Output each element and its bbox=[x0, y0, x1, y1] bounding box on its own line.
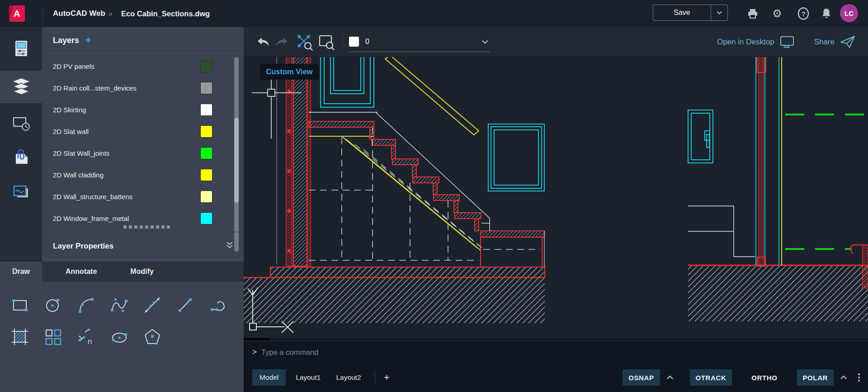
custom-view-tooltip[interactable]: Custom View bbox=[260, 64, 319, 80]
rail-layers-icon[interactable] bbox=[0, 71, 42, 103]
print-icon[interactable] bbox=[746, 7, 760, 20]
foundation-slab bbox=[270, 267, 545, 277]
autocad-web-app: A AutoCAD Web > Eco Cabin_Sections.dwg S… bbox=[0, 0, 868, 392]
layer-color-swatch[interactable] bbox=[201, 126, 212, 137]
tool-insert-block-icon[interactable] bbox=[43, 327, 64, 348]
autocad-logo-icon[interactable]: A bbox=[9, 5, 25, 22]
open-in-desktop-button[interactable]: Open in Desktop bbox=[717, 36, 794, 48]
tab-layout2[interactable]: Layout2 bbox=[329, 369, 368, 386]
toolbar-divider bbox=[342, 33, 343, 51]
tab-layout1[interactable]: Layout1 bbox=[288, 369, 328, 386]
breadcrumb-file-name: Eco Cabin_Sections.dwg bbox=[121, 0, 210, 27]
ground-hatch-right bbox=[688, 265, 868, 321]
command-line[interactable]: > Type a command bbox=[252, 348, 319, 357]
save-dropdown-caret[interactable] bbox=[711, 5, 728, 21]
layer-row[interactable]: 2D Rain coll...stem_devices bbox=[42, 77, 236, 99]
layer-row[interactable]: 2D Wall_structure_battens bbox=[42, 186, 236, 207]
notifications-bell-icon[interactable] bbox=[820, 7, 833, 20]
save-button[interactable]: Save bbox=[653, 5, 711, 21]
layer-row[interactable]: 2D Slat Wall_joints bbox=[42, 142, 236, 164]
tool-construction-line-icon[interactable] bbox=[142, 295, 163, 316]
status-toggles: OSNAP OTRACK ORTHO POLAR bbox=[623, 369, 860, 386]
rail-images-icon[interactable] bbox=[0, 177, 42, 209]
tool-polyline-arc-icon[interactable] bbox=[208, 295, 229, 316]
canvas-hscrollbar-thumb[interactable] bbox=[244, 338, 270, 340]
divider bbox=[42, 53, 244, 54]
layer-name: 2D Skirting bbox=[53, 106, 86, 114]
share-label: Share bbox=[814, 38, 835, 47]
toggle-ortho[interactable]: ORTHO bbox=[745, 369, 783, 386]
command-input-placeholder[interactable]: Type a command bbox=[261, 348, 319, 357]
svg-text:?: ? bbox=[801, 10, 805, 18]
tool-spline-icon[interactable] bbox=[109, 295, 130, 316]
settings-gear-icon[interactable]: ⚙ bbox=[770, 7, 784, 20]
layer-color-swatch[interactable] bbox=[201, 82, 212, 94]
layer-row[interactable]: 2D PV panels bbox=[42, 55, 236, 77]
panel-resize-handle[interactable] bbox=[123, 225, 170, 229]
layer-color-swatch[interactable] bbox=[201, 213, 212, 224]
toggle-otrack[interactable]: OTRACK bbox=[690, 369, 732, 386]
current-layer-dropdown[interactable]: 0 bbox=[348, 32, 490, 52]
layers-scrollbar-thumb[interactable] bbox=[234, 118, 239, 203]
add-layout-button[interactable]: + bbox=[380, 373, 394, 383]
window-frame-middle bbox=[488, 124, 544, 191]
canvas-toolbar: 0 Open in Desktop Share bbox=[244, 27, 868, 57]
grid-dashed-green-lines bbox=[785, 115, 868, 249]
tool-polygon-icon[interactable] bbox=[142, 327, 163, 348]
layer-row[interactable]: 2D Slat wall bbox=[42, 120, 236, 142]
roof-beam-yellow bbox=[385, 57, 479, 135]
tab-modify[interactable]: Modify bbox=[117, 262, 167, 282]
paper-plane-icon bbox=[840, 35, 855, 49]
right-wall-section bbox=[756, 57, 782, 266]
chevron-double-down-icon[interactable] bbox=[226, 241, 234, 252]
layer-color-swatch[interactable] bbox=[201, 191, 212, 202]
layer-name: 2D Wall_structure_battens bbox=[53, 193, 132, 201]
undo-icon[interactable] bbox=[254, 33, 273, 52]
layer-row[interactable]: 2D Wall cladding bbox=[42, 164, 236, 186]
zoom-extents-icon[interactable] bbox=[295, 33, 314, 52]
rail-attachments-icon[interactable] bbox=[0, 141, 42, 174]
layer-color-swatch[interactable] bbox=[201, 148, 212, 159]
draw-tools-panel: n bbox=[0, 282, 244, 392]
osnap-flyout-chevron-icon[interactable] bbox=[666, 373, 674, 382]
status-overflow-menu-icon[interactable] bbox=[858, 373, 860, 382]
layers-panel: Layers + 2D PV panels 2D Rain coll...ste… bbox=[42, 27, 244, 262]
model-space-canvas[interactable]: Custom View bbox=[244, 57, 868, 341]
canvas-hscrollbar[interactable] bbox=[244, 338, 868, 341]
help-icon[interactable]: ? bbox=[797, 7, 810, 20]
tool-rectangle-icon[interactable] bbox=[10, 295, 31, 316]
topbar-divider bbox=[42, 5, 43, 22]
toggle-polar[interactable]: POLAR bbox=[797, 369, 834, 386]
toggle-osnap[interactable]: OSNAP bbox=[623, 369, 660, 386]
polar-flyout-chevron-icon[interactable] bbox=[840, 373, 847, 382]
tool-line-icon[interactable] bbox=[175, 295, 196, 316]
layer-name: 2D Slat wall bbox=[53, 128, 89, 135]
layer-color-swatch[interactable] bbox=[201, 61, 212, 72]
layer-color-swatch[interactable] bbox=[201, 104, 212, 115]
zoom-window-icon[interactable] bbox=[317, 33, 336, 52]
tool-point-icon[interactable]: n bbox=[76, 327, 97, 348]
breadcrumb-app-name[interactable]: AutoCAD Web bbox=[53, 0, 105, 27]
layer-color-swatch[interactable] bbox=[201, 169, 212, 181]
ground-hatch-left bbox=[244, 277, 545, 323]
window-frame-right bbox=[688, 110, 713, 163]
rail-views-icon[interactable] bbox=[0, 107, 42, 139]
tool-arc-icon[interactable] bbox=[76, 295, 97, 316]
tab-draw[interactable]: Draw bbox=[0, 262, 42, 282]
rail-properties-icon[interactable] bbox=[0, 33, 42, 65]
sheet-tab-bar: Model Layout1 Layout2 + bbox=[252, 369, 394, 386]
tool-ellipse-icon[interactable] bbox=[109, 327, 130, 348]
hidden-dashed-lines bbox=[309, 128, 540, 260]
redo-icon[interactable] bbox=[273, 33, 292, 52]
tool-circle-icon[interactable] bbox=[43, 295, 64, 316]
chevron-down-icon bbox=[482, 38, 488, 46]
layer-properties-header[interactable]: Layer Properties bbox=[42, 232, 244, 260]
tab-annotate[interactable]: Annotate bbox=[52, 262, 110, 282]
add-layer-button[interactable]: + bbox=[85, 34, 91, 46]
layer-row[interactable]: 2D Skirting bbox=[42, 99, 236, 120]
tab-model[interactable]: Model bbox=[252, 369, 286, 386]
divider bbox=[375, 370, 375, 385]
tool-hatch-icon[interactable] bbox=[10, 327, 31, 348]
share-button[interactable]: Share bbox=[814, 35, 855, 49]
user-avatar[interactable]: LC bbox=[840, 4, 858, 22]
